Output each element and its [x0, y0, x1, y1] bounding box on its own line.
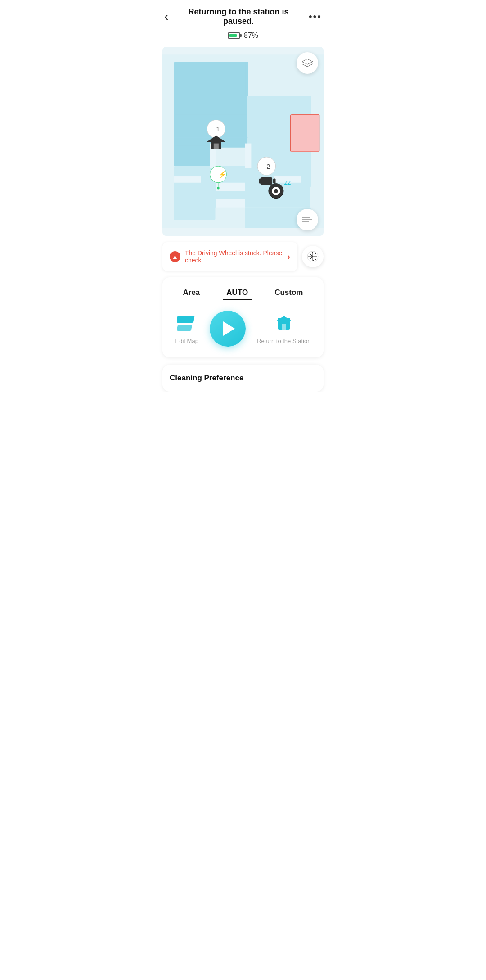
svg-rect-11 — [216, 199, 245, 208]
play-icon — [223, 321, 235, 336]
edit-map-button[interactable]: Edit Map — [176, 313, 198, 344]
svg-rect-51 — [282, 324, 286, 330]
svg-rect-29 — [273, 179, 276, 184]
svg-rect-9 — [245, 144, 252, 168]
control-actions: Edit Map Return to the Station — [170, 311, 316, 347]
svg-rect-10 — [216, 183, 245, 191]
battery-icon — [228, 32, 240, 39]
return-station-label: Return to the Station — [257, 338, 310, 344]
snowflake-icon — [306, 250, 319, 263]
wind-button[interactable] — [297, 209, 318, 230]
control-card: Area AUTO Custom Edit Map — [162, 277, 324, 357]
warning-icon: ▲ — [170, 251, 180, 262]
app-header: ‹ Returning to the station is paused. ••… — [155, 0, 331, 30]
error-message: The Driving Wheel is stuck. Please check… — [185, 249, 283, 264]
cleaning-preference-title: Cleaning Preference — [170, 374, 243, 382]
back-button[interactable]: ‹ — [164, 9, 168, 24]
svg-text:⚡: ⚡ — [218, 171, 227, 179]
play-button[interactable] — [210, 311, 246, 347]
svg-point-24 — [217, 187, 220, 190]
map-container: 1 ⚡ 2 zz — [162, 47, 324, 236]
control-tabs: Area AUTO Custom — [170, 286, 316, 300]
svg-rect-28 — [259, 179, 262, 184]
svg-rect-47 — [177, 316, 195, 323]
error-banner[interactable]: ▲ The Driving Wheel is stuck. Please che… — [162, 242, 297, 271]
tab-auto[interactable]: AUTO — [223, 286, 252, 300]
svg-rect-3 — [174, 145, 213, 166]
tab-custom[interactable]: Custom — [271, 286, 306, 300]
return-station-icon — [274, 313, 294, 333]
cleaning-preference-card: Cleaning Preference — [162, 365, 324, 392]
battery-row: 87% — [155, 30, 331, 47]
svg-rect-27 — [261, 177, 272, 185]
fan-button[interactable] — [302, 246, 324, 267]
battery-fill — [230, 34, 237, 37]
layers-button[interactable] — [297, 52, 318, 74]
svg-rect-48 — [177, 325, 192, 331]
floor-plan-svg: 1 ⚡ 2 zz — [162, 47, 324, 236]
error-row: ▲ The Driving Wheel is stuck. Please che… — [162, 242, 324, 271]
svg-rect-12 — [174, 176, 201, 183]
battery-percentage: 87% — [244, 32, 258, 40]
edit-map-label: Edit Map — [176, 338, 198, 344]
svg-point-32 — [274, 189, 278, 193]
page-title: Returning to the station is paused. — [168, 7, 309, 26]
layers-icon — [302, 58, 313, 68]
more-button[interactable]: ••• — [309, 11, 322, 23]
svg-rect-34 — [291, 114, 320, 152]
edit-map-icon — [177, 313, 197, 333]
svg-rect-1 — [174, 62, 248, 116]
tab-area[interactable]: Area — [180, 286, 204, 300]
svg-text:zz: zz — [284, 179, 291, 186]
return-station-button[interactable]: Return to the Station — [257, 313, 310, 344]
svg-rect-20 — [214, 144, 219, 149]
wind-icon — [301, 215, 314, 225]
error-arrow: › — [288, 252, 290, 262]
svg-rect-7 — [174, 195, 216, 220]
svg-text:2: 2 — [266, 163, 270, 170]
svg-text:1: 1 — [216, 126, 220, 133]
